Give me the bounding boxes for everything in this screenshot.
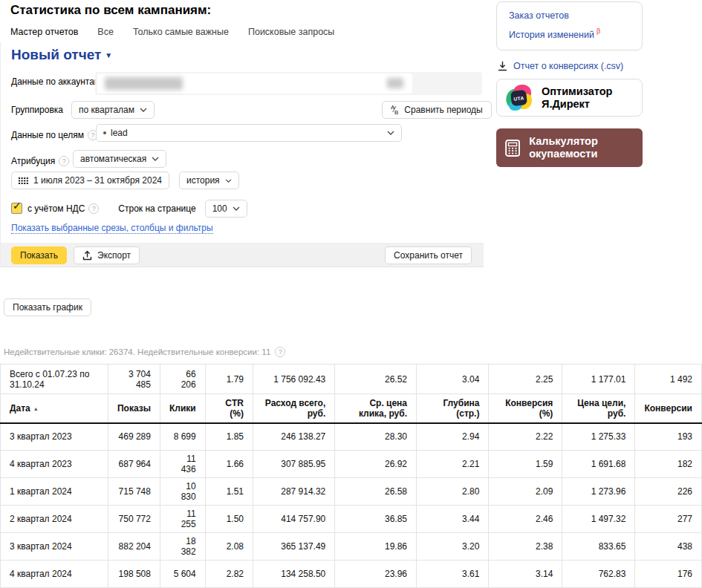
goals-label: Данные по целям	[11, 130, 84, 140]
cell: 762.83	[562, 561, 635, 588]
show-chart-button[interactable]: Показать график	[4, 298, 91, 316]
column-header-label: Показы	[117, 403, 151, 414]
column-header[interactable]: Конверсии	[635, 394, 702, 423]
cell: 1.51	[205, 478, 253, 506]
conversions-report-link[interactable]: Отчет о конверсиях (.csv)	[498, 61, 643, 71]
statistics-table: Всего с 01.07.23 по 31.10.243 704 48566 …	[0, 364, 702, 588]
show-slices-link[interactable]: Показать выбранные срезы, столбцы и филь…	[11, 223, 213, 234]
column-header[interactable]: Показы	[108, 394, 160, 423]
cell: 1 273.96	[562, 478, 635, 506]
order-reports-link[interactable]: Заказ отчетов	[509, 10, 630, 21]
date-range-button[interactable]: 1 июля 2023 – 31 октября 2024	[11, 172, 169, 189]
cell: 365 137.49	[253, 533, 335, 561]
table-row: 3 квартал 2023469 2898 6991.85246 138.27…	[1, 423, 702, 451]
show-chart-wrap: Показать график	[4, 298, 91, 316]
report-form: Новый отчет▼ Данные по аккаунтам Группир…	[0, 42, 483, 267]
total-cell: 66 206	[160, 365, 205, 394]
attribution-label: Атрибуция	[11, 156, 55, 166]
total-row-label: Всего с 01.07.23 по 31.10.24	[1, 365, 108, 394]
cell: 2.94	[417, 423, 489, 451]
cell: 176	[635, 561, 702, 588]
sidebar: Заказ отчетов История измененийβ Отчет о…	[496, 1, 643, 167]
page-title: Статистика по всем кампаниям:	[10, 3, 211, 18]
cell: 193	[635, 423, 702, 451]
help-icon[interactable]: ?	[59, 156, 69, 166]
column-header[interactable]: Цена цели, руб.	[562, 394, 635, 423]
chevron-down-icon	[152, 157, 159, 161]
invalid-stats-note: Недействительные клики: 26374. Недействи…	[4, 347, 285, 357]
cell: 2.21	[417, 451, 489, 478]
cell: 2.80	[417, 478, 489, 506]
total-cell: 1 177.01	[562, 365, 635, 394]
invalid-stats-text: Недействительные клики: 26374. Недействи…	[4, 347, 270, 356]
cell: 2.46	[489, 506, 562, 533]
column-header-label: CTR (%)	[225, 398, 244, 419]
reports-links-box: Заказ отчетов История измененийβ	[496, 1, 643, 50]
total-cell: 1.79	[205, 365, 253, 394]
column-header[interactable]: Глубина (стр.)	[417, 394, 489, 423]
table-row: 3 квартал 2024882 20418 3822.08365 137.4…	[1, 533, 702, 561]
export-button[interactable]: Экспорт	[74, 246, 140, 264]
cell: 1 275.33	[562, 423, 635, 451]
accounts-field-strip	[95, 72, 482, 95]
column-header[interactable]: Дата▲	[1, 394, 108, 423]
change-history-link[interactable]: История измененийβ	[509, 27, 630, 40]
goal-dot-icon	[103, 131, 106, 134]
column-header-label: Глубина (стр.)	[443, 398, 479, 419]
cell: 1.66	[205, 451, 253, 478]
row-label: 3 квартал 2023	[1, 423, 108, 451]
grouping-select[interactable]: по кварталам	[71, 101, 155, 119]
cell: 3.20	[417, 533, 489, 561]
total-cell: 3.04	[417, 365, 489, 394]
compare-periods-label: Сравнить периоды	[404, 105, 482, 115]
roi-calculator-card[interactable]: Калькулятор окупаемости	[496, 128, 643, 167]
cell: 277	[635, 506, 702, 533]
vat-checkbox[interactable]: ✓	[11, 203, 22, 214]
save-report-button[interactable]: Сохранить отчет	[385, 246, 472, 264]
cell: 26.92	[335, 451, 417, 478]
chevron-down-icon	[225, 179, 232, 183]
column-header[interactable]: CTR (%)	[205, 394, 253, 423]
cell: 438	[635, 533, 702, 561]
column-header[interactable]: Расход всего, руб.	[253, 394, 335, 423]
cell: 10 830	[160, 478, 205, 506]
column-header[interactable]: Ср. цена клика, руб.	[335, 394, 417, 423]
total-cell: 1 492	[635, 365, 702, 394]
help-icon[interactable]: ?	[275, 347, 285, 357]
page: Статистика по всем кампаниям: Мастер отч…	[0, 0, 702, 588]
roi-calculator-title: Калькулятор окупаемости	[529, 135, 634, 160]
rows-per-page-select[interactable]: 100	[205, 200, 247, 218]
attribution-select[interactable]: автоматическая	[73, 150, 166, 168]
column-header-label: Цена цели, руб.	[577, 398, 625, 419]
compare-periods-button[interactable]: A⁄B Сравнить периоды	[382, 101, 492, 119]
row-label: 2 квартал 2024	[1, 506, 108, 533]
cell: 715 748	[108, 478, 160, 506]
upload-icon	[82, 250, 92, 261]
cell: 3.14	[489, 561, 562, 588]
sort-ascending-icon: ▲	[33, 406, 39, 411]
accounts-input[interactable]	[97, 74, 412, 94]
calendar-grid-icon	[19, 177, 28, 184]
report-title-dropdown[interactable]: Новый отчет▼	[11, 47, 112, 63]
cell: 19.86	[335, 533, 417, 561]
export-button-label: Экспорт	[97, 250, 131, 261]
cell: 2.09	[489, 478, 562, 506]
history-select[interactable]: история	[179, 172, 239, 189]
goals-select[interactable]: lead	[96, 124, 402, 142]
cell: 36.85	[335, 506, 417, 533]
header-row: Дата▲ПоказыКликиCTR (%)Расход всего, руб…	[1, 394, 702, 423]
table-row: 1 квартал 2024715 74810 8301.51287 914.3…	[1, 478, 702, 506]
calculator-icon	[505, 137, 520, 160]
row-label: 1 квартал 2024	[1, 478, 108, 506]
optimizer-card[interactable]: UTA Оптимизатор Я.Директ	[496, 79, 643, 117]
row-label: 4 квартал 2024	[1, 561, 108, 588]
column-header[interactable]: Клики	[160, 394, 205, 423]
column-header[interactable]: Конверсия (%)	[489, 394, 562, 423]
cell: 23.96	[335, 561, 417, 588]
cell: 11 255	[160, 506, 205, 533]
show-button[interactable]: Показать	[11, 246, 67, 264]
redacted-account-badge	[387, 78, 403, 88]
help-icon[interactable]: ?	[88, 203, 99, 214]
table-row: 4 квартал 2023687 96411 4361.66307 885.9…	[1, 451, 702, 478]
column-header-label: Конверсия (%)	[505, 398, 553, 419]
